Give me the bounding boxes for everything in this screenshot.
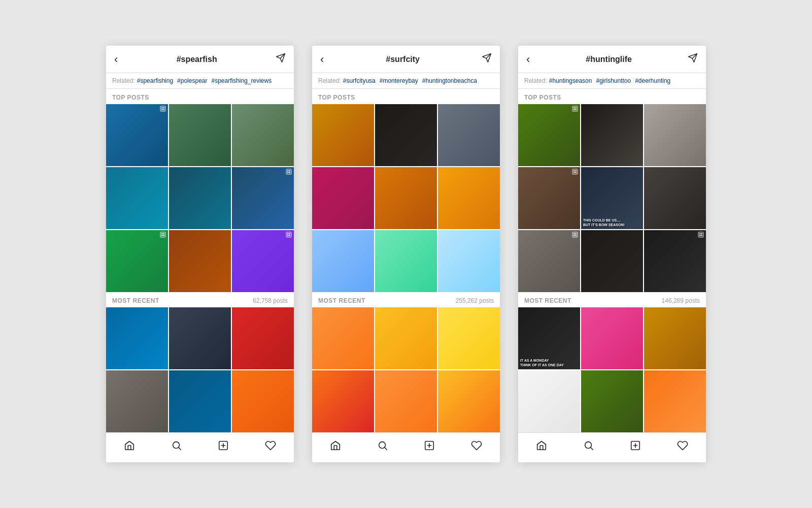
recent-post-cell[interactable] xyxy=(169,307,231,369)
search-icon[interactable] xyxy=(166,438,187,456)
related-tag-2[interactable]: #huntingtonbeachca xyxy=(422,77,477,84)
top-post-cell[interactable] xyxy=(232,167,294,229)
top-post-cell[interactable] xyxy=(106,104,168,166)
svg-rect-9 xyxy=(289,170,291,172)
related-tag-1[interactable]: #polespear xyxy=(177,77,207,84)
related-tag-2[interactable]: #spearfishing_reviews xyxy=(211,77,272,84)
svg-point-56 xyxy=(585,442,591,449)
related-label: Related: xyxy=(318,77,341,84)
top-post-cell[interactable] xyxy=(518,104,580,166)
top-post-cell[interactable]: THIS COULD BE US....BUT IT'S BOW SEASON! xyxy=(581,167,643,229)
top-post-cell[interactable] xyxy=(312,230,374,292)
top-post-cell[interactable] xyxy=(438,167,500,229)
svg-point-29 xyxy=(379,442,385,449)
photo-thumbnail xyxy=(106,104,168,166)
recent-post-cell[interactable] xyxy=(438,307,500,369)
recent-post-cell[interactable] xyxy=(581,370,643,432)
top-post-cell[interactable] xyxy=(232,104,294,166)
related-tag-1[interactable]: #montereybay xyxy=(380,77,418,84)
top-post-cell[interactable] xyxy=(106,230,168,292)
recent-post-cell[interactable] xyxy=(232,370,294,432)
back-button[interactable]: ‹ xyxy=(114,54,118,65)
photo-thumbnail xyxy=(581,307,643,369)
search-icon[interactable] xyxy=(372,438,393,456)
page-title: #huntinglife xyxy=(530,55,688,64)
bottom-nav xyxy=(518,432,706,462)
top-post-cell[interactable] xyxy=(169,167,231,229)
top-post-cell[interactable] xyxy=(644,230,706,292)
most-recent-label: MOST RECENT xyxy=(112,297,159,304)
photo-thumbnail xyxy=(581,104,643,166)
add-icon[interactable] xyxy=(419,438,440,456)
phone-spearfish: ‹#spearfishRelated:#spearfishing #polesp… xyxy=(106,46,294,462)
top-post-cell[interactable] xyxy=(169,104,231,166)
recent-post-cell[interactable] xyxy=(312,307,374,369)
home-icon[interactable] xyxy=(325,438,346,456)
top-post-cell[interactable] xyxy=(438,230,500,292)
related-tag-2[interactable]: #deerhunting xyxy=(635,77,670,84)
phones-container: ‹#spearfishRelated:#spearfishing #polesp… xyxy=(86,25,726,483)
recent-post-cell[interactable] xyxy=(375,370,437,432)
recent-post-cell[interactable] xyxy=(169,370,231,432)
top-post-cell[interactable] xyxy=(312,104,374,166)
recent-post-cell[interactable] xyxy=(438,370,500,432)
photo-thumbnail xyxy=(232,230,294,292)
top-post-cell[interactable] xyxy=(644,167,706,229)
page-title: #surfcity xyxy=(324,55,482,64)
top-post-cell[interactable] xyxy=(581,104,643,166)
recent-post-cell[interactable] xyxy=(644,307,706,369)
top-post-cell[interactable] xyxy=(232,230,294,292)
recent-post-cell[interactable] xyxy=(518,370,580,432)
post-count: 62,758 posts xyxy=(253,297,288,304)
related-tag-1[interactable]: #girlshunttoo xyxy=(596,77,631,84)
related-tag-0[interactable]: #surfcityusa xyxy=(343,77,376,84)
top-post-cell[interactable] xyxy=(375,104,437,166)
meme-text: THIS COULD BE US....BUT IT'S BOW SEASON! xyxy=(581,167,643,229)
recent-post-cell[interactable] xyxy=(644,370,706,432)
photo-thumbnail xyxy=(518,370,580,432)
media-type-icon xyxy=(286,169,292,176)
recent-post-cell[interactable] xyxy=(581,307,643,369)
top-posts-label: TOP POSTS xyxy=(106,89,294,104)
add-icon[interactable] xyxy=(625,438,646,456)
photo-thumbnail xyxy=(232,307,294,369)
top-post-cell[interactable] xyxy=(312,167,374,229)
top-post-cell[interactable] xyxy=(518,167,580,229)
top-post-cell[interactable] xyxy=(375,230,437,292)
share-icon[interactable] xyxy=(688,53,698,66)
top-posts-grid xyxy=(106,104,294,292)
add-icon[interactable] xyxy=(213,438,234,456)
svg-rect-13 xyxy=(161,233,163,235)
svg-rect-11 xyxy=(289,172,291,174)
search-icon[interactable] xyxy=(578,438,599,456)
top-post-cell[interactable] xyxy=(518,230,580,292)
phone-header: ‹#huntinglife xyxy=(518,46,706,73)
home-icon[interactable] xyxy=(531,438,552,456)
related-tag-0[interactable]: #huntingseason xyxy=(549,77,592,84)
recent-post-cell[interactable] xyxy=(312,370,374,432)
photo-thumbnail xyxy=(312,104,374,166)
recent-post-cell[interactable] xyxy=(106,370,168,432)
related-tag-0[interactable]: #spearfishing xyxy=(137,77,173,84)
related-label: Related: xyxy=(112,77,135,84)
recent-post-cell[interactable]: IT AS A MONDAYTHINK OF IT AS ONE DAY xyxy=(518,307,580,369)
top-post-cell[interactable] xyxy=(581,230,643,292)
share-icon[interactable] xyxy=(276,53,286,66)
recent-post-cell[interactable] xyxy=(232,307,294,369)
top-post-cell[interactable] xyxy=(169,230,231,292)
heart-icon[interactable] xyxy=(672,438,693,456)
top-post-cell[interactable] xyxy=(644,104,706,166)
photo-thumbnail xyxy=(644,230,706,292)
back-button[interactable]: ‹ xyxy=(320,54,324,65)
photo-thumbnail xyxy=(169,370,231,432)
top-post-cell[interactable] xyxy=(106,167,168,229)
top-post-cell[interactable] xyxy=(438,104,500,166)
recent-post-cell[interactable] xyxy=(375,307,437,369)
home-icon[interactable] xyxy=(119,438,140,456)
heart-icon[interactable] xyxy=(466,438,487,456)
share-icon[interactable] xyxy=(482,53,492,66)
heart-icon[interactable] xyxy=(260,438,281,456)
top-post-cell[interactable] xyxy=(375,167,437,229)
back-button[interactable]: ‹ xyxy=(526,54,530,65)
recent-post-cell[interactable] xyxy=(106,307,168,369)
